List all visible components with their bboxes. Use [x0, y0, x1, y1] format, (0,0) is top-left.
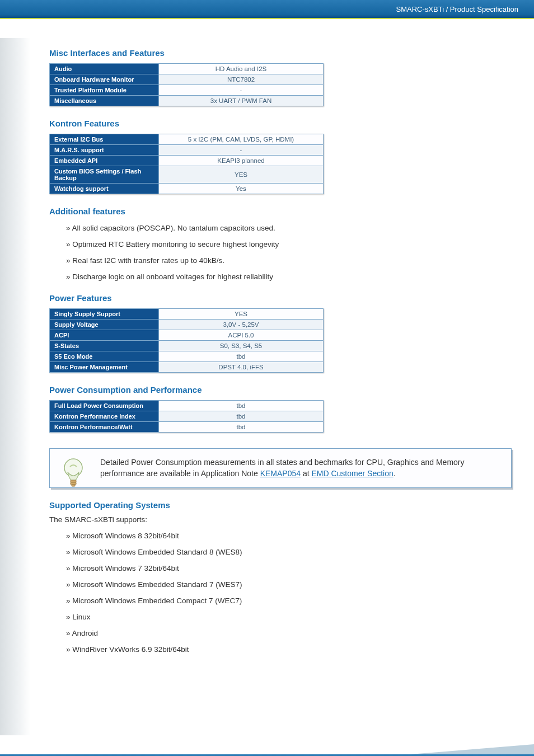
section-title-os: Supported Operating Systems [49, 500, 512, 510]
table-row: Custom BIOS Settings / Flash BackupYES [50, 166, 324, 184]
row-value: HD Audio and I2S [159, 64, 324, 74]
row-value: NTC7802 [159, 74, 324, 85]
row-value: tbd [159, 351, 324, 362]
row-label: Kontron Performance/Watt [50, 422, 159, 433]
row-value: tbd [159, 422, 324, 433]
row-label: Embedded API [50, 156, 159, 166]
list-item: Discharge logic on all onboard voltages … [66, 273, 512, 281]
table-misc: AudioHD Audio and I2S Onboard Hardware M… [49, 63, 324, 106]
section-title-misc: Misc Interfaces and Features [49, 48, 512, 58]
tip-text-mid: at [301, 469, 311, 478]
row-label: Trusted Platform Module [50, 85, 159, 96]
row-value: - [159, 85, 324, 96]
row-label: Full Load Power Consumption [50, 401, 159, 411]
list-item: Microsoft Windows 7 32bit/64bit [66, 564, 512, 572]
table-row: Kontron Performance/Watttbd [50, 422, 324, 433]
row-value: Yes [159, 184, 324, 194]
row-value: - [159, 145, 324, 156]
table-kontron: External I2C Bus5 x I2C (PM, CAM, LVDS, … [49, 134, 324, 194]
row-label: Misc Power Management [50, 362, 159, 373]
os-intro: The SMARC-sXBTi supports: [49, 515, 512, 524]
section-title-kontron: Kontron Features [49, 119, 512, 128]
table-row: Onboard Hardware MonitorNTC7802 [50, 74, 324, 85]
table-row: ACPIACPI 5.0 [50, 330, 324, 341]
table-row: Watchdog supportYes [50, 184, 324, 194]
header-bar: SMARC-sXBTi / Product Specification [0, 0, 534, 19]
list-item: Real fast I2C with transfer rates up to … [66, 256, 512, 265]
row-label: Audio [50, 64, 159, 74]
row-value: 5 x I2C (PM, CAM, LVDS, GP, HDMI) [159, 134, 324, 145]
row-label: Custom BIOS Settings / Flash Backup [50, 166, 159, 184]
row-label: M.A.R.S. support [50, 145, 159, 156]
row-value: DPST 4.0, iFFS [159, 362, 324, 373]
row-value: YES [159, 309, 324, 320]
row-value: S0, S3, S4, S5 [159, 341, 324, 351]
row-value: YES [159, 166, 324, 184]
list-item: Microsoft Windows Embedded Compact 7 (WE… [66, 597, 512, 605]
table-row: Supply Voltage3,0V - 5,25V [50, 320, 324, 330]
table-row: Full Load Power Consumptiontbd [50, 401, 324, 411]
table-row: Miscellaneous3x UART / PWM FAN [50, 96, 324, 106]
section-title-power-consumption: Power Consumption and Performance [49, 385, 512, 395]
additional-list: All solid capacitors (POSCAP). No tantal… [66, 224, 512, 281]
svg-point-0 [64, 459, 82, 477]
table-row: Misc Power ManagementDPST 4.0, iFFS [50, 362, 324, 373]
row-label: Supply Voltage [50, 320, 159, 330]
svg-rect-3 [72, 485, 75, 486]
list-item: Microsoft Windows Embedded Standard 7 (W… [66, 580, 512, 589]
row-label: S5 Eco Mode [50, 351, 159, 362]
row-label: Onboard Hardware Monitor [50, 74, 159, 85]
list-item: Android [66, 629, 512, 637]
list-item: Microsoft Windows Embedded Standard 8 (W… [66, 548, 512, 556]
row-value: KEAPI3 planned [159, 156, 324, 166]
row-value: ACPI 5.0 [159, 330, 324, 341]
svg-rect-2 [71, 482, 76, 485]
table-row: Embedded APIKEAPI3 planned [50, 156, 324, 166]
row-label: Kontron Performance Index [50, 411, 159, 422]
list-item: Optimized RTC Battery monitoring to secu… [66, 240, 512, 248]
row-label: External I2C Bus [50, 134, 159, 145]
row-label: Watchdog support [50, 184, 159, 194]
list-item: Microsoft Windows 8 32bit/64bit [66, 532, 512, 540]
table-power-consumption: Full Load Power Consumptiontbd Kontron P… [49, 400, 324, 433]
row-label: S-States [50, 341, 159, 351]
left-gradient [0, 38, 30, 735]
table-row: External I2C Bus5 x I2C (PM, CAM, LVDS, … [50, 134, 324, 145]
svg-rect-1 [71, 480, 76, 482]
table-row: M.A.R.S. support- [50, 145, 324, 156]
breadcrumb: SMARC-sXBTi / Product Specification [396, 5, 518, 13]
tip-text-post: . [394, 469, 396, 478]
lightbulb-icon [60, 457, 87, 489]
table-row: Trusted Platform Module- [50, 85, 324, 96]
table-row: Singly Supply SupportYES [50, 309, 324, 320]
row-label: ACPI [50, 330, 159, 341]
section-title-additional: Additional features [49, 206, 512, 216]
table-row: S5 Eco Modetbd [50, 351, 324, 362]
table-row: Kontron Performance Indextbd [50, 411, 324, 422]
row-label: Singly Supply Support [50, 309, 159, 320]
row-value: tbd [159, 411, 324, 422]
tip-link-emd-customer[interactable]: EMD Customer Section [311, 469, 393, 478]
row-value: 3,0V - 5,25V [159, 320, 324, 330]
section-title-power: Power Features [49, 293, 512, 303]
tip-link-kemap054[interactable]: KEMAP054 [260, 469, 301, 478]
table-power: Singly Supply SupportYES Supply Voltage3… [49, 308, 324, 373]
row-value: tbd [159, 401, 324, 411]
list-item: All solid capacitors (POSCAP). No tantal… [66, 224, 512, 232]
row-label: Miscellaneous [50, 96, 159, 106]
row-value: 3x UART / PWM FAN [159, 96, 324, 106]
tip-callout: Detailed Power Consumption measurements … [49, 448, 512, 488]
list-item: WindRiver VxWorks 6.9 32bit/64bit [66, 645, 512, 654]
table-row: AudioHD Audio and I2S [50, 64, 324, 74]
list-item: Linux [66, 613, 512, 621]
table-row: S-StatesS0, S3, S4, S5 [50, 341, 324, 351]
os-list: Microsoft Windows 8 32bit/64bit Microsof… [66, 532, 512, 654]
